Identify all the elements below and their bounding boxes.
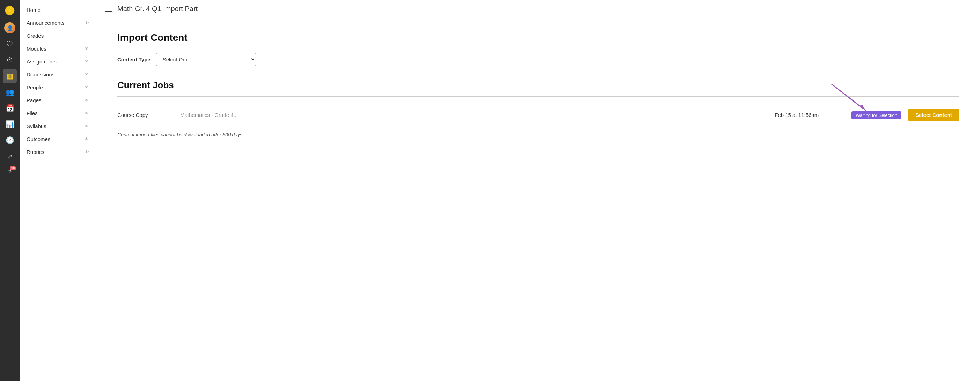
modules-nav-icon[interactable]: ▦	[3, 69, 17, 83]
sidebar-item-people[interactable]: People 👁	[19, 81, 96, 94]
eye-icon-pages[interactable]: 👁	[84, 98, 89, 103]
job-type: Course Copy	[117, 112, 173, 118]
eye-icon-files[interactable]: 👁	[84, 111, 89, 116]
job-date: Feb 15 at 11:56am	[775, 112, 845, 118]
current-jobs-heading: Current Jobs	[117, 80, 959, 91]
content-type-label: Content Type	[117, 57, 151, 62]
help-nav-icon[interactable]: ? 10	[3, 165, 17, 179]
sidebar-item-grades[interactable]: Grades	[19, 29, 96, 42]
sidebar-label-rubrics: Rubrics	[27, 149, 45, 155]
content-area: Import Content Content Type Select One C…	[96, 18, 980, 381]
help-badge: 10	[10, 166, 16, 170]
main-content: Math Gr. 4 Q1 Import Part Import Content…	[96, 0, 980, 381]
sidebar-item-discussions[interactable]: Discussions 👁	[19, 68, 96, 81]
gradebook-nav-icon[interactable]: 📊	[3, 117, 17, 131]
sidebar-item-pages[interactable]: Pages 👁	[19, 94, 96, 107]
sidebar-item-files[interactable]: Files 👁	[19, 107, 96, 120]
sidebar-label-syllabus: Syllabus	[27, 123, 46, 129]
sidebar-item-outcomes[interactable]: Outcomes 👁	[19, 133, 96, 146]
content-type-row: Content Type Select One Canvas Course Ex…	[117, 53, 959, 66]
sidebar-label-discussions: Discussions	[27, 71, 54, 78]
jobs-divider	[117, 96, 959, 97]
logo-icon[interactable]: ⚡	[3, 3, 17, 17]
sidebar-label-files: Files	[27, 110, 38, 116]
sidebar: Home Announcements 👁 Grades Modules 👁 As…	[19, 0, 96, 381]
sidebar-item-assignments[interactable]: Assignments 👁	[19, 55, 96, 68]
job-status-badge: Waiting for Selection	[851, 111, 901, 119]
job-source: Mathematics - Grade 4...	[180, 112, 768, 118]
clock-nav-icon[interactable]: 🕐	[3, 133, 17, 147]
eye-icon-syllabus[interactable]: 👁	[84, 124, 89, 129]
eye-icon-assignments[interactable]: 👁	[84, 59, 89, 64]
sidebar-label-pages: Pages	[27, 97, 41, 103]
eye-icon-outcomes[interactable]: 👁	[84, 137, 89, 142]
svg-text:⚡: ⚡	[6, 7, 13, 14]
hamburger-menu[interactable]	[105, 6, 112, 11]
notice-text: Content import files cannot be downloade…	[117, 132, 959, 138]
sidebar-item-modules[interactable]: Modules 👁	[19, 42, 96, 55]
sidebar-item-announcements[interactable]: Announcements 👁	[19, 16, 96, 29]
svg-marker-3	[859, 105, 867, 111]
sidebar-item-rubrics[interactable]: Rubrics 👁	[19, 146, 96, 159]
badge-nav-icon[interactable]: 🛡	[3, 37, 17, 51]
sidebar-item-home[interactable]: Home	[19, 3, 96, 16]
sidebar-label-home: Home	[27, 7, 40, 13]
eye-icon-rubrics[interactable]: 👁	[84, 149, 89, 154]
eye-icon-modules[interactable]: 👁	[84, 46, 89, 51]
avatar-icon[interactable]: 👤	[3, 21, 17, 35]
job-row: Course Copy Mathematics - Grade 4... Feb…	[117, 105, 959, 125]
sidebar-label-outcomes: Outcomes	[27, 136, 50, 142]
user-avatar: 👤	[4, 22, 15, 33]
eye-icon-announcements[interactable]: 👁	[84, 20, 89, 25]
page-title: Math Gr. 4 Q1 Import Part	[117, 5, 198, 13]
sidebar-item-syllabus[interactable]: Syllabus 👁	[19, 120, 96, 133]
calendar-nav-icon[interactable]: 📅	[3, 101, 17, 115]
sidebar-label-announcements: Announcements	[27, 20, 64, 26]
eye-icon-people[interactable]: 👁	[84, 85, 89, 90]
eye-icon-discussions[interactable]: 👁	[84, 72, 89, 77]
people-nav-icon[interactable]: 👥	[3, 85, 17, 99]
sidebar-label-assignments: Assignments	[27, 59, 57, 65]
sidebar-label-modules: Modules	[27, 46, 46, 52]
content-type-select[interactable]: Select One Canvas Course Export Package …	[156, 53, 256, 66]
import-content-heading: Import Content	[117, 32, 959, 43]
select-content-button[interactable]: Select Content	[908, 108, 959, 121]
notification-nav-icon[interactable]: ⏱	[3, 53, 17, 67]
share-nav-icon[interactable]: ↗	[3, 149, 17, 163]
top-bar: Math Gr. 4 Q1 Import Part	[96, 0, 980, 18]
sidebar-label-grades: Grades	[27, 33, 44, 39]
annotation-wrapper: Waiting for Selection	[851, 112, 901, 118]
icon-bar: ⚡ 👤 🛡 ⏱ ▦ 👥 📅 📊 🕐 ↗ ? 10	[0, 0, 19, 381]
sidebar-label-people: People	[27, 84, 43, 90]
